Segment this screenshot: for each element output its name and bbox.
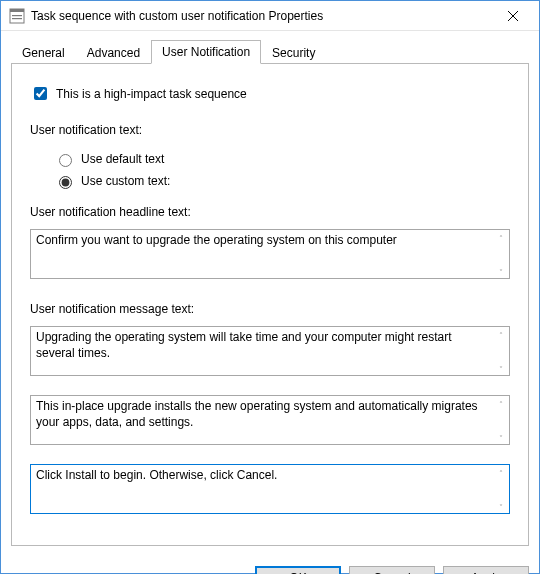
apply-button[interactable]: Apply: [443, 566, 529, 574]
radio-use-default[interactable]: [59, 154, 72, 167]
window-title: Task sequence with custom user notificat…: [31, 9, 490, 23]
dialog-content: General Advanced User Notification Secur…: [1, 31, 539, 556]
tab-security[interactable]: Security: [261, 41, 326, 64]
message-label: User notification message text:: [30, 302, 510, 316]
tabpanel-user-notification: This is a high-impact task sequence User…: [11, 63, 529, 546]
titlebar: Task sequence with custom user notificat…: [1, 1, 539, 31]
tab-advanced[interactable]: Advanced: [76, 41, 151, 64]
message2-textarea[interactable]: [30, 395, 510, 445]
radio-default-row[interactable]: Use default text: [54, 151, 510, 167]
tabstrip: General Advanced User Notification Secur…: [11, 39, 529, 64]
radio-use-custom[interactable]: [59, 176, 72, 189]
high-impact-checkbox[interactable]: [34, 87, 47, 100]
message3-textarea[interactable]: [30, 464, 510, 514]
properties-dialog: Task sequence with custom user notificat…: [0, 0, 540, 574]
window-icon: [9, 8, 25, 24]
svg-rect-3: [12, 18, 22, 19]
tab-general[interactable]: General: [11, 41, 76, 64]
radio-default-label: Use default text: [81, 152, 164, 166]
message2-wrap: ˄ ˅: [30, 395, 510, 448]
cancel-button[interactable]: Cancel: [349, 566, 435, 574]
svg-rect-1: [10, 9, 24, 12]
svg-rect-2: [12, 15, 22, 16]
message1-textarea[interactable]: [30, 326, 510, 376]
message3-wrap: ˄ ˅: [30, 464, 510, 517]
tab-user-notification[interactable]: User Notification: [151, 40, 261, 64]
notification-text-label: User notification text:: [30, 123, 510, 137]
radio-custom-row[interactable]: Use custom text:: [54, 173, 510, 189]
message1-wrap: ˄ ˅: [30, 326, 510, 379]
headline-label: User notification headline text:: [30, 205, 510, 219]
high-impact-label: This is a high-impact task sequence: [56, 87, 247, 101]
headline-wrap: ˄ ˅: [30, 229, 510, 282]
notification-text-radios: Use default text Use custom text:: [54, 151, 510, 189]
high-impact-row[interactable]: This is a high-impact task sequence: [30, 84, 510, 103]
close-icon: [508, 11, 518, 21]
dialog-buttons: OK Cancel Apply: [1, 556, 539, 574]
headline-textarea[interactable]: [30, 229, 510, 279]
radio-custom-label: Use custom text:: [81, 174, 170, 188]
ok-button[interactable]: OK: [255, 566, 341, 574]
close-button[interactable]: [490, 1, 535, 30]
